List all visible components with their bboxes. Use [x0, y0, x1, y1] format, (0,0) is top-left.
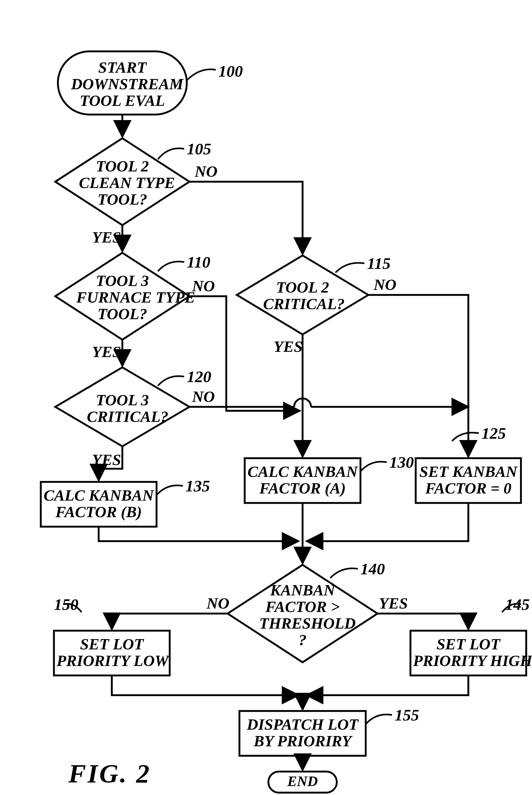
label-node-end: END [278, 774, 327, 789]
leader-115 [336, 263, 364, 273]
leader-105 [158, 148, 184, 159]
edge-150-merge2 [112, 675, 299, 695]
leader-130 [360, 462, 387, 471]
edge-140-150 [112, 614, 228, 629]
label-node-105: TOOL 2 CLEAN TYPE TOOL? [79, 158, 166, 208]
ref-125: 125 [481, 424, 506, 442]
label-node-145: SET LOT PRIORITY HIGH [413, 636, 524, 669]
edge-115-125 [368, 295, 468, 457]
label-node-100: START DOWNSTREAM TOOL EVAL [71, 59, 174, 109]
ref-115: 115 [367, 254, 391, 273]
leader-140 [330, 568, 358, 578]
edge-145-merge2 [306, 675, 468, 695]
leader-110 [158, 261, 184, 271]
ref-120: 120 [187, 367, 211, 386]
ref-130: 130 [390, 453, 414, 472]
ref-110: 110 [187, 253, 210, 271]
edge-label-105-yes: YES [92, 229, 121, 246]
edge-label-110-yes: YES [92, 344, 121, 360]
label-node-135: CALC KANBAN FACTOR (B) [43, 487, 154, 520]
flowchart-canvas: START DOWNSTREAM TOOL EVAL TOOL 2 CLEAN … [0, 0, 532, 795]
edge-105-115 [189, 182, 303, 254]
label-node-150: SET LOT PRIORITY LOW [57, 636, 167, 669]
edge-label-110-no: NO [192, 278, 215, 294]
leader-120 [158, 376, 184, 386]
label-node-155: DISPATCH LOT BY PRIORIRY [242, 716, 363, 749]
edge-label-115-no: NO [374, 276, 397, 293]
label-node-125: SET KANBAN FACTOR = 0 [418, 464, 518, 496]
ref-140: 140 [360, 560, 385, 578]
edge-label-120-yes: YES [92, 452, 121, 468]
ref-155: 155 [395, 706, 419, 724]
ref-150: 150 [54, 595, 78, 614]
flowchart-svg [0, 0, 532, 795]
leader-135 [156, 485, 183, 495]
edge-label-140-yes: YES [379, 595, 408, 612]
label-node-110: TOOL 3 FURNACE TYPE TOOL? [76, 273, 168, 322]
label-node-130: CALC KANBAN FACTOR (A) [247, 464, 358, 496]
label-node-140: KANBAN FACTOR > THRESHOLD ? [259, 582, 346, 648]
ref-105: 105 [187, 140, 211, 158]
edge-135-merge [99, 527, 299, 541]
edge-label-120-no: NO [192, 389, 215, 405]
ref-145: 145 [505, 595, 530, 614]
label-node-120: TOOL 3 CRITICAL? [87, 392, 158, 425]
leader-155 [366, 715, 392, 724]
edge-140-145 [378, 614, 468, 629]
figure-caption: FIG. 2 [69, 758, 151, 789]
ref-135: 135 [186, 477, 210, 495]
leader-100 [187, 69, 216, 80]
label-node-115: TOOL 2 CRITICAL? [263, 279, 342, 312]
edge-label-105-no: NO [195, 163, 217, 180]
edge-label-140-no: NO [207, 595, 229, 612]
edge-125-merge [306, 503, 468, 541]
leader-125 [452, 433, 479, 441]
edge-label-115-yes: YES [273, 338, 303, 355]
ref-100: 100 [218, 62, 243, 80]
